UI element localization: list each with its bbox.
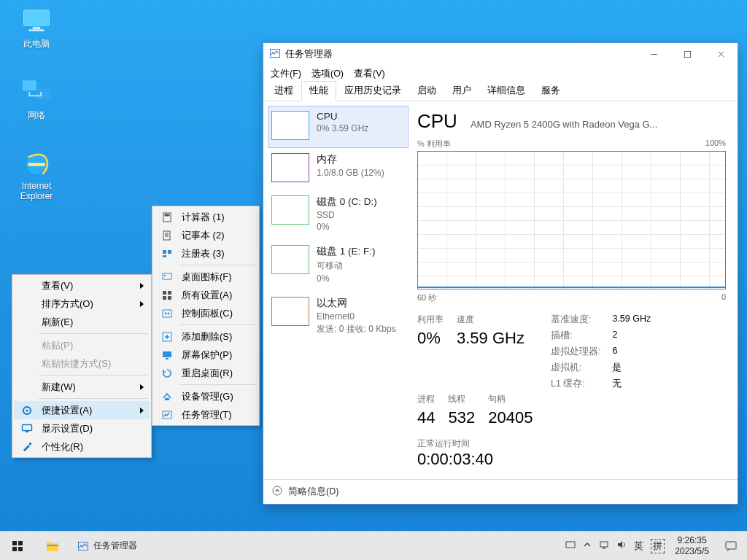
ctx-new[interactable]: 新建(W) — [14, 378, 150, 396]
quick-settings-submenu: 计算器 (1) 记事本 (2) 注册表 (3) 桌面图标(F) 所有设置(A) … — [152, 206, 260, 426]
svg-point-24 — [165, 312, 167, 314]
menu-file[interactable]: 文件(F) — [271, 68, 301, 80]
tab-services[interactable]: 服务 — [533, 81, 568, 101]
network-icon — [19, 77, 54, 106]
titlebar[interactable]: 任务管理器 — [263, 43, 738, 65]
tab-details[interactable]: 详细信息 — [479, 81, 533, 101]
sub-restart-desktop[interactable]: 重启桌面(R) — [154, 364, 258, 382]
sub-screensaver[interactable]: 屏幕保护(P) — [154, 346, 258, 364]
chevron-up-icon[interactable] — [272, 486, 282, 498]
side-disk0[interactable]: 磁盘 0 (C: D:) SSD 0% — [268, 190, 409, 240]
svg-point-7 — [26, 409, 28, 411]
sub-add-remove[interactable]: 添加删除(S) — [154, 327, 258, 346]
svg-rect-14 — [163, 250, 166, 254]
mem-thumb — [271, 153, 309, 182]
explorer-button[interactable] — [35, 532, 70, 560]
svg-rect-39 — [47, 542, 52, 545]
svg-rect-0 — [24, 10, 50, 26]
brush-icon — [21, 441, 33, 453]
svg-point-25 — [168, 312, 170, 314]
label-speed: 速度 — [457, 314, 525, 326]
side-cpu[interactable]: CPU 0% 3.59 GHz — [268, 106, 409, 148]
sub-control-panel[interactable]: 控制面板(C) — [154, 304, 258, 322]
taskbar: 任务管理器 英 拼 9:26:35 2023/5/5 — [0, 531, 747, 560]
svg-rect-10 — [29, 443, 31, 445]
svg-rect-17 — [163, 273, 171, 279]
desktop-context-menu: 查看(V) 排序方式(O) 刷新(E) 粘贴(P) 粘贴快捷方式(S) 新建(W… — [12, 274, 152, 458]
menu-view[interactable]: 查看(V) — [354, 68, 385, 80]
label-util: 利用率 — [417, 314, 444, 326]
start-button[interactable] — [0, 532, 35, 560]
ie-icon — [19, 149, 54, 178]
separator — [179, 384, 256, 385]
footer-fewer-details[interactable]: 简略信息(D) — [288, 486, 338, 498]
svg-rect-42 — [566, 542, 575, 548]
ctx-sort[interactable]: 排序方式(O) — [14, 295, 150, 313]
ctx-refresh[interactable]: 刷新(E) — [14, 313, 150, 331]
window-title: 任务管理器 — [285, 48, 333, 61]
chart-ylabel: % 利用率 — [417, 139, 451, 149]
display-icon — [21, 423, 33, 435]
svg-rect-3 — [23, 80, 36, 90]
sub-device-mgr[interactable]: 设备管理(G) — [154, 387, 258, 405]
system-tray: 英 拼 — [561, 532, 669, 560]
svg-rect-1 — [33, 27, 41, 30]
svg-rect-2 — [29, 29, 44, 31]
svg-rect-13 — [163, 231, 170, 240]
sub-notepad[interactable]: 记事本 (2) — [154, 226, 258, 244]
ctx-paste: 粘贴(P) — [14, 336, 150, 354]
ctx-personalize[interactable]: 个性化(R) — [14, 438, 150, 456]
action-center-button[interactable] — [715, 532, 747, 560]
ctx-quick-settings[interactable]: 便捷设置(A) — [14, 401, 150, 419]
ctx-view[interactable]: 查看(V) — [14, 276, 150, 295]
svg-rect-16 — [163, 255, 166, 257]
chevron-right-icon — [140, 301, 144, 307]
separator — [39, 333, 148, 334]
tab-users[interactable]: 用户 — [444, 81, 479, 101]
desktop-icon-this-pc[interactable]: 此电脑 — [9, 6, 64, 50]
ime-mode[interactable]: 拼 — [651, 539, 665, 553]
sub-calc[interactable]: 计算器 (1) — [154, 208, 258, 226]
ime-lang[interactable]: 英 — [634, 540, 643, 553]
label-threads: 线程 — [448, 393, 475, 405]
xaxis-right: 0 — [721, 292, 726, 303]
desktop-icon-ie[interactable]: Internet Explorer — [9, 149, 64, 202]
perf-main: CPU AMD Ryzen 5 2400G with Radeon Vega G… — [413, 101, 738, 479]
menu-options[interactable]: 选项(O) — [311, 68, 344, 80]
volume-icon[interactable] — [616, 540, 627, 552]
minimize-button[interactable] — [637, 43, 670, 65]
ctx-display-settings[interactable]: 显示设置(D) — [14, 419, 150, 438]
side-memory[interactable]: 内存 1.0/8.0 GB (12%) — [268, 148, 409, 190]
close-button[interactable] — [704, 43, 738, 65]
svg-rect-37 — [18, 547, 23, 551]
svg-rect-32 — [684, 51, 690, 57]
tab-app-history[interactable]: 应用历史记录 — [336, 81, 409, 101]
sub-task-mgr[interactable]: 任务管理(T) — [154, 405, 258, 424]
svg-rect-23 — [163, 310, 171, 317]
tab-processes[interactable]: 进程 — [266, 81, 301, 101]
maximize-button[interactable] — [670, 43, 704, 65]
network-tray-icon[interactable] — [599, 540, 609, 552]
xaxis-left: 60 秒 — [417, 292, 436, 303]
tray-icon[interactable] — [565, 540, 576, 552]
side-ethernet[interactable]: 以太网 Ethernet0 发送: 0 接收: 0 Kbps — [268, 292, 409, 343]
taskbar-task-taskmgr[interactable]: 任务管理器 — [70, 532, 144, 560]
stat-block: 利用率 0% 速度 3.59 GHz — [417, 314, 525, 348]
desktop[interactable]: 此电脑 网络 Internet Explorer 查看(V) 排序方式(O) 刷… — [0, 0, 747, 560]
sub-all-settings[interactable]: 所有设置(A) — [154, 286, 258, 304]
sub-registry[interactable]: 注册表 (3) — [154, 244, 258, 262]
tray-chevron-up-icon[interactable] — [583, 540, 592, 551]
side-disk1[interactable]: 磁盘 1 (E: F:) 可移动 0% — [268, 240, 409, 292]
svg-rect-45 — [726, 542, 736, 549]
taskbar-clock[interactable]: 9:26:35 2023/5/5 — [669, 532, 715, 560]
desktop-icons-icon — [161, 271, 173, 283]
svg-rect-35 — [18, 541, 23, 545]
tab-startup[interactable]: 启动 — [409, 81, 444, 101]
tab-performance[interactable]: 性能 — [301, 81, 336, 101]
settings-grid-icon — [161, 289, 173, 301]
svg-rect-21 — [163, 296, 166, 300]
ctx-paste-shortcut: 粘贴快捷方式(S) — [14, 354, 150, 373]
sub-desktop-icons[interactable]: 桌面图标(F) — [154, 268, 258, 286]
desktop-icon-network[interactable]: 网络 — [9, 77, 64, 122]
disk0-thumb — [271, 195, 309, 225]
